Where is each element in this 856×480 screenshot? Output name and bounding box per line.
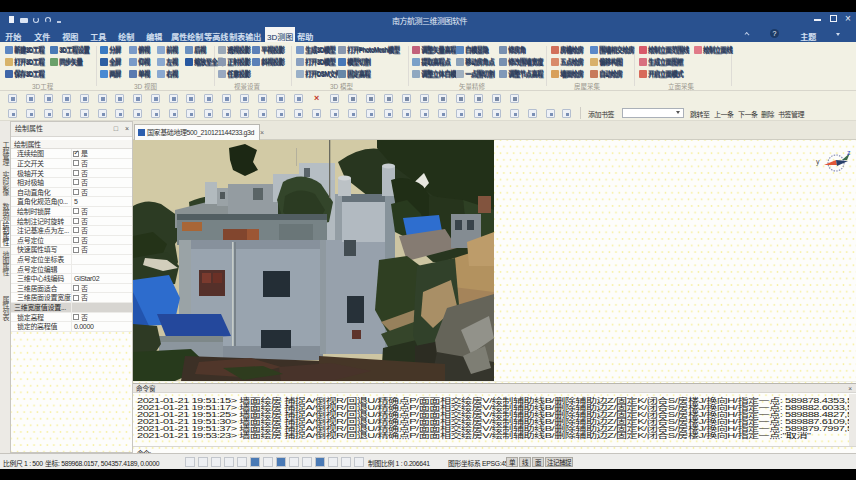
svg-text:z: z (847, 149, 851, 156)
